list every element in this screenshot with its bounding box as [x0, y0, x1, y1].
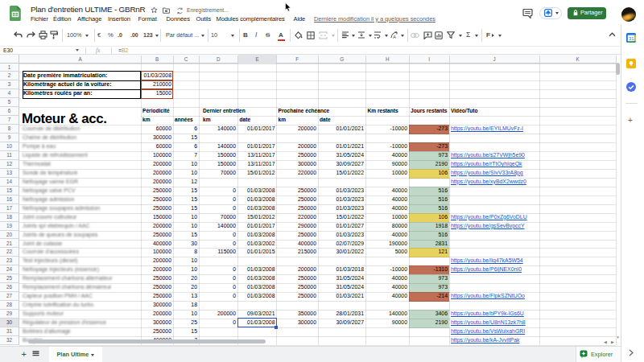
svg-text:31: 31	[629, 36, 634, 41]
svg-text:A: A	[393, 35, 396, 39]
